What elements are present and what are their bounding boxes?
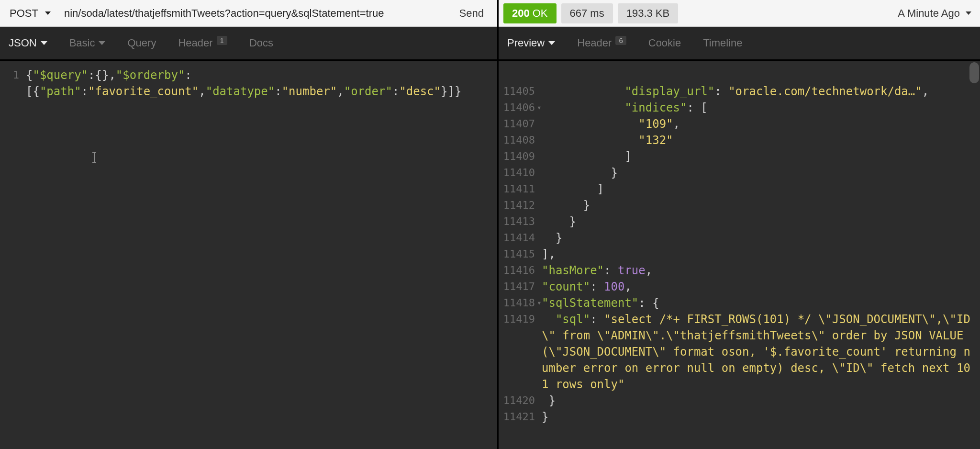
caret-down-icon: [41, 41, 47, 45]
caret-down-icon: [548, 41, 555, 45]
caret-down-icon: [966, 11, 971, 15]
line-number: 11420: [499, 393, 542, 409]
code-line: 11408 "132": [499, 132, 980, 148]
line-number: 11418▾: [499, 295, 542, 311]
code-content: }: [542, 165, 980, 181]
code-content: "count": 100,: [542, 279, 980, 295]
time-pill: 667 ms: [561, 3, 613, 23]
code-content: ]: [542, 181, 980, 197]
url-input[interactable]: [60, 4, 446, 22]
line-number: 1: [0, 67, 26, 100]
response-topbar: 200 OK 667 ms 193.3 KB A Minute Ago: [499, 0, 980, 27]
code-line: 11413 }: [499, 213, 980, 230]
code-content: }: [542, 409, 980, 425]
code-line: 11421 }: [499, 409, 980, 425]
line-number: 11406▾: [499, 100, 542, 116]
code-line: 1 {"$query":{},"$orderby": [{"path":"fav…: [0, 67, 497, 100]
line-number: 11416: [499, 262, 542, 279]
text-cursor-icon: [91, 151, 98, 163]
code-line: 11410 }: [499, 165, 980, 181]
code-content: ],: [542, 246, 980, 262]
tab-label: Header: [178, 37, 212, 49]
code-line: 11412 }: [499, 197, 980, 213]
header-count-badge: 1: [217, 36, 227, 45]
send-button[interactable]: Send: [451, 3, 492, 23]
caret-down-icon: [99, 41, 105, 45]
code-content: }: [542, 230, 980, 246]
line-number: 11409: [499, 148, 542, 165]
request-body-editor[interactable]: 1 {"$query":{},"$orderby": [{"path":"fav…: [0, 61, 497, 449]
line-number: 11415: [499, 246, 542, 262]
tab-body-json[interactable]: JSON: [7, 33, 49, 53]
fold-toggle-icon[interactable]: ▾: [537, 100, 542, 116]
code-line: [499, 67, 980, 83]
fold-toggle-icon[interactable]: ▾: [537, 295, 542, 311]
response-body-viewer[interactable]: 11405 "display_url": "oracle.com/technet…: [499, 61, 980, 449]
line-number: 11407: [499, 116, 542, 132]
timestamp-label: A Minute Ago: [898, 7, 960, 20]
code-line: 11406▾ "indices": [: [499, 100, 980, 116]
code-content: [542, 67, 980, 83]
code-line: 11411 ]: [499, 181, 980, 197]
code-content: }: [542, 213, 980, 230]
code-content: "hasMore": true,: [542, 262, 980, 279]
line-number: 11419: [499, 311, 542, 393]
code-line: 11419 "sql": "select /*+ FIRST_ROWS(101)…: [499, 311, 980, 393]
line-number: 11417: [499, 279, 542, 295]
code-content: ]: [542, 148, 980, 165]
code-line: 11407 "109",: [499, 116, 980, 132]
request-topbar: POST Send: [0, 0, 497, 27]
scrollbar-thumb[interactable]: [969, 62, 979, 83]
tab-query[interactable]: Query: [125, 33, 158, 53]
tab-header[interactable]: Header 1: [176, 33, 229, 53]
code-line: 11417 "count": 100,: [499, 279, 980, 295]
tab-timeline[interactable]: Timeline: [701, 33, 744, 53]
code-content: }: [542, 197, 980, 213]
caret-down-icon: [45, 11, 51, 15]
tab-label: Basic: [69, 37, 95, 49]
code-content: "sql": "select /*+ FIRST_ROWS(101) */ \"…: [542, 311, 980, 393]
status-pill: 200 OK: [503, 3, 557, 23]
code-content: {"$query":{},"$orderby": [{"path":"favor…: [26, 67, 497, 100]
request-tabbar: JSON Basic Query Header 1 Docs: [0, 27, 497, 61]
code-line: 11414 }: [499, 230, 980, 246]
app-root: POST Send JSON Basic Query Header 1 Docs: [0, 0, 980, 449]
code-line: 11409 ]: [499, 148, 980, 165]
response-tabbar: Preview Header 6 Cookie Timeline: [499, 27, 980, 61]
status-text: OK: [533, 7, 548, 20]
status-code: 200: [512, 7, 530, 20]
line-number: 11421: [499, 409, 542, 425]
http-method-label: POST: [10, 7, 38, 20]
code-content: "display_url": "oracle.com/technetwork/d…: [542, 83, 980, 100]
header-count-badge: 6: [615, 36, 626, 45]
line-number: 11413: [499, 213, 542, 230]
code-line: 11415 ],: [499, 246, 980, 262]
code-line: 11420 }: [499, 393, 980, 409]
tab-label: Header: [577, 37, 612, 49]
tab-preview[interactable]: Preview: [505, 33, 557, 53]
code-line: 11418▾ "sqlStatement": {: [499, 295, 980, 311]
request-pane: POST Send JSON Basic Query Header 1 Docs: [0, 0, 499, 449]
line-number: 11408: [499, 132, 542, 148]
line-number: 11414: [499, 230, 542, 246]
tab-docs[interactable]: Docs: [247, 33, 275, 53]
tab-label: Preview: [507, 37, 545, 49]
line-number: 11412: [499, 197, 542, 213]
code-content: "sqlStatement": {: [542, 295, 980, 311]
code-line: 11405 "display_url": "oracle.com/technet…: [499, 83, 980, 100]
tab-label: JSON: [9, 37, 37, 49]
tab-auth-basic[interactable]: Basic: [67, 33, 108, 53]
line-number: [499, 67, 542, 83]
response-pane: 200 OK 667 ms 193.3 KB A Minute Ago Prev…: [499, 0, 980, 449]
history-timestamp[interactable]: A Minute Ago: [898, 7, 975, 20]
size-pill: 193.3 KB: [618, 3, 679, 23]
code-content: "132": [542, 132, 980, 148]
tab-cookie[interactable]: Cookie: [646, 33, 683, 53]
code-line: 11416 "hasMore": true,: [499, 262, 980, 279]
http-method-select[interactable]: POST: [5, 4, 56, 22]
line-number: 11410: [499, 165, 542, 181]
tab-resp-header[interactable]: Header 6: [575, 33, 628, 53]
code-content: "indices": [: [542, 100, 980, 116]
code-content: "109",: [542, 116, 980, 132]
line-number: 11411: [499, 181, 542, 197]
